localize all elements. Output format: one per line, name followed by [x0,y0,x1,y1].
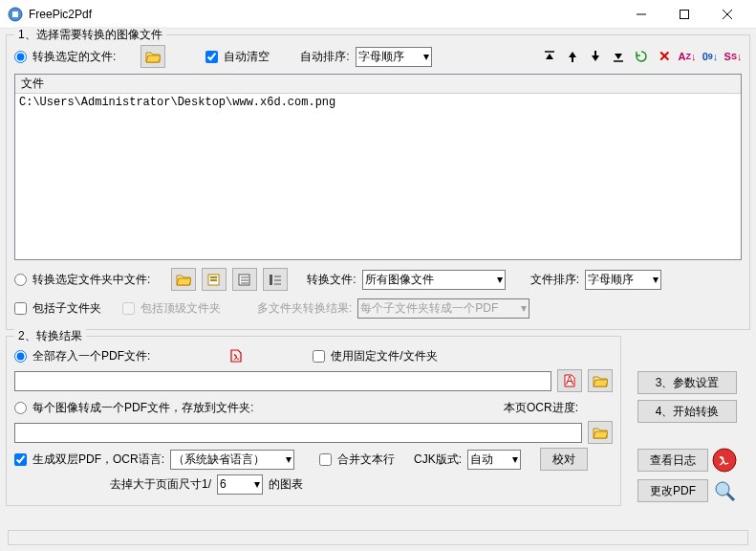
radio-selected-files-input[interactable] [14,51,27,63]
checkbox-gen-double-pdf-input[interactable] [14,453,27,466]
output-folder-field[interactable] [14,423,582,443]
radio-selected-files[interactable]: 转换选定的文件: [14,49,116,65]
file-list[interactable]: 文件 C:\Users\Administrator\Desktop\www.x6… [14,74,742,260]
svg-point-22 [713,449,736,472]
close-button[interactable] [705,1,748,28]
checkbox-include-subfolders-input[interactable] [14,302,27,315]
checkbox-use-fixed[interactable]: 使用固定文件/文件夹 [313,348,437,364]
title-bar: FreePic2Pdf [0,0,756,29]
params-button[interactable]: 3、参数设置 [637,371,737,394]
multi-result-combo: 每个子文件夹转成一个PDF ▾ [357,298,529,319]
open-files-button[interactable] [140,45,165,68]
browse-output-pdf-button[interactable] [588,369,613,392]
maximize-button[interactable] [662,1,705,28]
radio-all-one-pdf[interactable]: 全部存入一个PDF文件: [14,348,150,364]
svg-point-23 [716,482,729,496]
cjk-layout-combo[interactable]: 自动 ▾ [467,450,521,470]
chevron-down-icon: ▾ [254,477,260,491]
folder-tool3-button[interactable] [232,268,257,291]
chevron-down-icon: ▾ [497,273,503,286]
pdf-round-icon[interactable] [712,448,737,473]
auto-sort-combo[interactable]: 字母顺序 ▾ [356,47,432,67]
pdf-red-icon [228,348,244,364]
proofread-button[interactable]: 校对 [540,448,588,471]
checkbox-merge-text-lines-input[interactable] [319,453,332,466]
chevron-down-icon: ▾ [653,273,659,286]
svg-rect-11 [210,276,217,278]
svg-text:A: A [566,374,573,387]
open-folder-button[interactable] [171,268,196,291]
refresh-icon[interactable] [633,48,650,65]
file-sort-combo[interactable]: 字母顺序 ▾ [585,270,661,290]
modify-pdf-button[interactable]: 更改PDF [637,479,708,502]
cjk-label: CJK版式: [414,452,462,468]
list-item[interactable]: C:\Users\Administrator\Desktop\www.x6d.c… [19,96,737,109]
sort-special-icon[interactable]: SS↓ [724,48,742,65]
ocr-progress-label: 本页OCR进度: [504,400,578,416]
radio-each-one-pdf-input[interactable] [14,402,27,414]
multi-result-label: 多文件夹转换结果: [257,300,352,317]
svg-rect-17 [270,275,272,285]
window-title: FreePic2Pdf [29,8,619,21]
browse-output-folder-button[interactable] [588,421,613,444]
start-convert-button[interactable]: 4、开始转换 [637,400,737,423]
auto-sort-label: 自动排序: [300,49,349,65]
radio-folder-files-input[interactable] [14,274,27,286]
status-bar [8,530,748,545]
checkbox-include-subfolders[interactable]: 包括子文件夹 [14,300,101,317]
checkbox-include-top: 包括顶级文件夹 [122,300,221,317]
chevron-down-icon: ▾ [512,452,518,466]
delete-icon[interactable]: ✕ [656,48,673,65]
checkbox-auto-clear-input[interactable] [205,51,218,63]
file-list-header[interactable]: 文件 [15,75,741,94]
convert-files-label: 转换文件: [307,272,356,288]
checkbox-gen-double-pdf[interactable]: 生成双层PDF，OCR语言: [14,452,164,468]
drop-larger-suffix: 的图表 [269,476,303,493]
svg-rect-3 [680,10,688,18]
checkbox-auto-clear[interactable]: 自动清空 [205,49,270,65]
radio-each-one-pdf[interactable]: 每个图像转成一个PDF文件，存放到文件夹: [14,400,253,416]
move-top-icon[interactable] [541,48,558,65]
file-list-toolbar: ✕ AZ↓ 09↓ SS↓ [541,48,742,65]
svg-rect-12 [210,279,217,281]
chevron-down-icon: ▾ [521,301,527,315]
radio-all-one-pdf-input[interactable] [14,350,27,363]
drop-larger-prefix: 去掉大于页面尺寸1/ [110,476,211,493]
group-output: 2、转换结果 全部存入一个PDF文件: 使用固定文件/文件夹 A 每个图像转成一… [6,336,621,506]
group2-legend: 2、转换结果 [14,328,86,344]
minimize-button[interactable] [619,1,662,28]
checkbox-merge-text-lines[interactable]: 合并文本行 [319,452,395,468]
group-select-images: 1、选择需要转换的图像文件 转换选定的文件: 自动清空 自动排序: 字母顺序 ▾ [6,34,750,330]
file-sort-label: 文件排序: [530,272,579,288]
search-round-icon[interactable] [712,478,737,503]
sort-09-icon[interactable]: 09↓ [702,48,719,65]
app-icon [8,7,23,22]
group1-legend: 1、选择需要转换的图像文件 [14,27,166,43]
output-pdf-path-field[interactable] [14,371,551,391]
ocr-language-combo[interactable]: （系统缺省语言） ▾ [170,450,294,470]
view-log-button[interactable]: 查看日志 [637,449,708,472]
convert-files-combo[interactable]: 所有图像文件 ▾ [362,270,506,290]
checkbox-include-top-input [122,302,135,315]
svg-rect-1 [12,11,18,17]
move-bottom-icon[interactable] [610,48,627,65]
svg-line-24 [727,494,734,500]
right-button-column: 3、参数设置 4、开始转换 查看日志 更改PDF [637,371,745,503]
move-up-icon[interactable] [564,48,581,65]
radio-folder-files[interactable]: 转换选定文件夹中文件: [14,272,150,288]
checkbox-use-fixed-input[interactable] [313,350,325,363]
chevron-down-icon: ▾ [423,50,429,63]
folder-tool4-button[interactable] [263,268,288,291]
chevron-down-icon: ▾ [286,452,292,466]
sort-az-icon[interactable]: AZ↓ [679,48,696,65]
move-down-icon[interactable] [587,48,604,65]
folder-tool2-button[interactable] [202,268,227,291]
drop-fraction-combo[interactable]: 6 ▾ [217,474,263,495]
pdf-icon-button[interactable]: A [557,369,582,392]
